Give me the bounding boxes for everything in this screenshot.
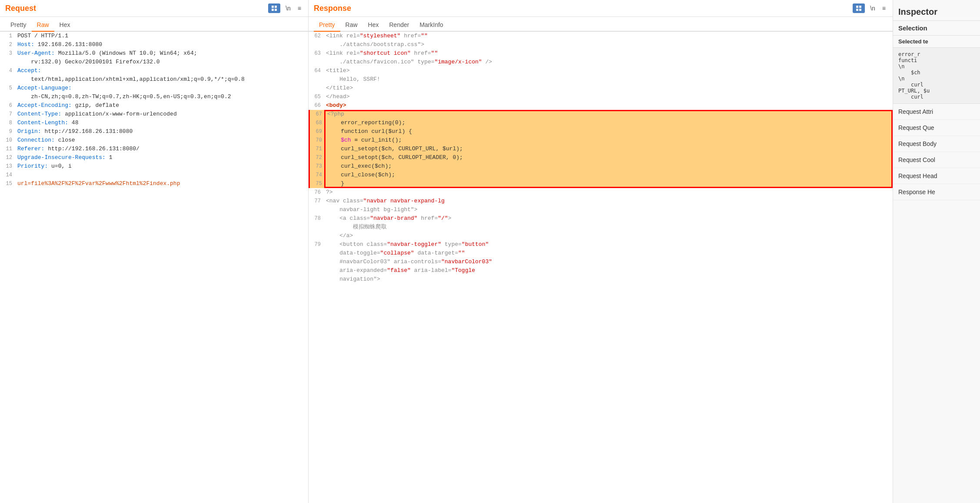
request-line-12: 12 Upgrade-Insecure-Requests: 1 — [0, 153, 308, 162]
inspector-item-request-body[interactable]: Request Body — [893, 136, 980, 152]
response-line-69: 69 function curl($url) { — [309, 127, 893, 136]
response-line-78: 78 <a class="navbar-brand" href="/"> 模拟蜘… — [309, 214, 893, 240]
tab-request-raw[interactable]: Raw — [32, 19, 54, 32]
tab-response-render[interactable]: Render — [384, 19, 415, 32]
request-line-4: 4 Accept: text/html,application/xhtml+xm… — [0, 66, 308, 84]
request-tab-bar: Pretty Raw Hex — [0, 17, 308, 32]
request-newline-btn[interactable]: \n — [284, 4, 292, 13]
request-line-11: 11 Referer: http://192.168.26.131:8080/ — [0, 145, 308, 153]
inspector-items-list: Request Attri Request Que Request Body R… — [893, 104, 980, 503]
response-title: Response — [314, 4, 351, 13]
svg-rect-2 — [272, 9, 274, 11]
response-line-71: 71 curl_setopt($ch, CURLOPT_URL, $url); — [309, 145, 893, 153]
response-line-68: 68 error_reporting(0); — [309, 119, 893, 127]
response-menu-btn[interactable]: ≡ — [880, 4, 887, 13]
request-line-6: 6 Accept-Encoding: gzip, deflate — [0, 101, 308, 110]
request-panel: Request \n ≡ Pretty Raw Hex 1 POST / HTT… — [0, 0, 309, 503]
tab-request-hex[interactable]: Hex — [54, 19, 76, 32]
request-line-15: 15 url=file%3A%2F%2F%2Fvar%2Fwww%2Fhtml%… — [0, 179, 308, 188]
request-code-content: 1 POST / HTTP/1.1 2 Host: 192.168.26.131… — [0, 32, 308, 503]
request-header: Request \n ≡ — [0, 0, 308, 17]
tab-response-hex[interactable]: Hex — [363, 19, 384, 32]
response-line-79: 79 <button class="navbar-toggler" type="… — [309, 240, 893, 284]
svg-rect-0 — [272, 6, 274, 8]
tab-response-pretty[interactable]: Pretty — [314, 19, 340, 32]
svg-rect-6 — [856, 9, 858, 11]
svg-rect-5 — [859, 6, 861, 8]
request-line-1: 1 POST / HTTP/1.1 — [0, 32, 308, 40]
response-newline-btn[interactable]: \n — [868, 4, 877, 13]
inspector-section-title: Selection — [893, 21, 980, 36]
response-line-74: 74 curl_close($ch); — [309, 171, 893, 179]
svg-rect-7 — [859, 9, 861, 11]
request-line-9: 9 Origin: http://192.168.26.131:8080 — [0, 127, 308, 136]
response-line-65: 65 </head> — [309, 93, 893, 101]
request-title: Request — [5, 4, 36, 13]
inspector-item-request-attri[interactable]: Request Attri — [893, 104, 980, 120]
tab-response-raw[interactable]: Raw — [340, 19, 363, 32]
inspector-panel: Inspector Selection Selected te error_r … — [893, 0, 980, 503]
request-line-5: 5 Accept-Language: zh-CN,zh;q=0.8,zh-TW;… — [0, 84, 308, 101]
response-line-62: 62 <link rel="stylesheet" href="" ./atta… — [309, 32, 893, 49]
selected-text-label: Selected te — [893, 36, 980, 48]
response-line-70: 70 $ch = curl_init(); — [309, 136, 893, 145]
request-format-btn[interactable] — [268, 3, 280, 13]
svg-rect-3 — [275, 9, 277, 11]
response-tab-bar: Pretty Raw Hex Render MarkInfo — [309, 17, 893, 32]
request-line-8: 8 Content-Length: 48 — [0, 119, 308, 127]
request-line-3: 3 User-Agent: Mozilla/5.0 (Windows NT 10… — [0, 49, 308, 66]
response-line-77: 77 <nav class="navbar navbar-expand-lg n… — [309, 197, 893, 214]
inspector-item-response-he[interactable]: Response He — [893, 184, 980, 200]
response-line-67: 67 <?php — [309, 110, 893, 119]
request-menu-btn[interactable]: ≡ — [296, 4, 303, 13]
tab-request-pretty[interactable]: Pretty — [5, 19, 32, 32]
inspector-selected-text: error_r functi \n $ch \n curl PT_URL, $u… — [893, 48, 980, 104]
request-line-10: 10 Connection: close — [0, 136, 308, 145]
response-line-64: 64 <title> Hello, SSRF!</title> — [309, 66, 893, 93]
inspector-item-request-head[interactable]: Request Head — [893, 168, 980, 184]
request-line-7: 7 Content-Type: application/x-www-form-u… — [0, 110, 308, 119]
svg-rect-4 — [856, 6, 858, 8]
response-line-63: 63 <link rel="shortcut icon" href="" ./a… — [309, 49, 893, 66]
tab-response-markinfo[interactable]: MarkInfo — [414, 19, 448, 32]
request-line-14: 14 — [0, 171, 308, 179]
response-format-btn[interactable] — [853, 3, 865, 13]
response-line-76: 76 ?> — [309, 188, 893, 197]
request-line-2: 2 Host: 192.168.26.131:8080 — [0, 40, 308, 49]
response-panel: Response \n ≡ Pretty Raw Hex Render Mark… — [309, 0, 893, 503]
svg-rect-1 — [275, 6, 277, 8]
inspector-item-request-que[interactable]: Request Que — [893, 120, 980, 136]
inspector-title: Inspector — [893, 0, 980, 21]
response-header: Response \n ≡ — [309, 0, 893, 17]
inspector-item-request-cool[interactable]: Request Cool — [893, 152, 980, 168]
request-line-13: 13 Priority: u=0, i — [0, 162, 308, 171]
response-line-66: 66 <body> — [309, 101, 893, 110]
response-code-content: 62 <link rel="stylesheet" href="" ./atta… — [309, 32, 893, 503]
response-line-73: 73 curl_exec($ch); — [309, 162, 893, 171]
response-line-75: 75 } — [309, 179, 893, 188]
response-line-72: 72 curl_setopt($ch, CURLOPT_HEADER, 0); — [309, 153, 893, 162]
